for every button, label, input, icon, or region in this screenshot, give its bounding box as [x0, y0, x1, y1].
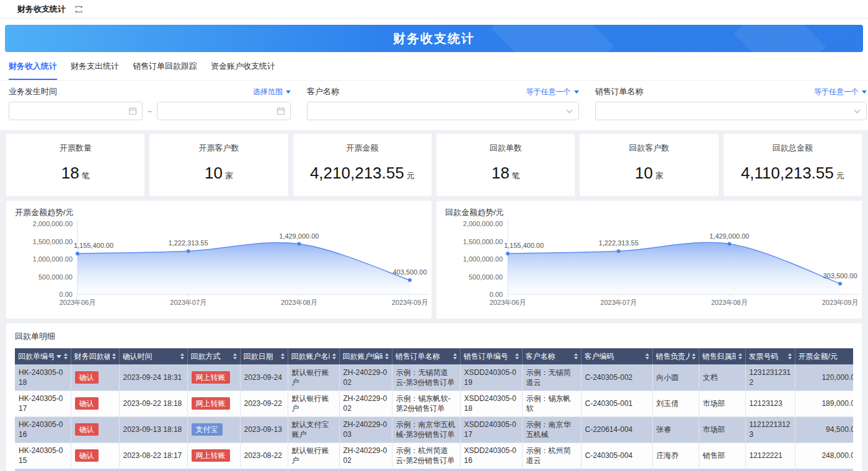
- column-header[interactable]: 回款方式: [187, 348, 240, 364]
- table-scroll-area[interactable]: 回款单编号财务回款确认确认时间回款方式回款日期回款账户名称回款账户编码销售订单名…: [15, 348, 853, 471]
- window-tab[interactable]: 财务收支统计: [17, 4, 66, 15]
- column-header[interactable]: 客户名称: [522, 348, 581, 364]
- table-row[interactable]: HK-240305-015确认2023-08-22 18:17网上转账2023-…: [15, 442, 853, 469]
- column-header-label: 财务回款确认: [74, 351, 110, 362]
- tab-capital-account-stats[interactable]: 资金账户收支统计: [211, 52, 275, 80]
- data-point[interactable]: [297, 242, 301, 246]
- tab-finance-expense-stats[interactable]: 财务支出统计: [71, 52, 119, 80]
- sort-icon[interactable]: [692, 353, 696, 359]
- sort-icon[interactable]: [738, 353, 742, 359]
- sort-icon[interactable]: [64, 353, 68, 359]
- sort-icon[interactable]: [112, 353, 116, 359]
- calendar-icon[interactable]: [277, 107, 285, 118]
- stat-label: 回款客户数: [580, 143, 718, 154]
- stat-unit: 元: [836, 171, 844, 180]
- table-row[interactable]: HK-240305-016确认2023-09-13 18:18支付宝2023-0…: [15, 416, 853, 442]
- column-header[interactable]: 财务回款确认: [71, 348, 119, 364]
- stat-label: 开票金额: [293, 143, 432, 154]
- filter-operator-customer[interactable]: 等于任意一个: [526, 87, 579, 97]
- column-header-label: 销售负责人: [656, 351, 689, 362]
- window-switch-icon[interactable]: [74, 5, 83, 14]
- customer-select[interactable]: [307, 102, 579, 120]
- data-point[interactable]: [506, 252, 510, 255]
- sort-icon[interactable]: [645, 353, 649, 359]
- sort-icon[interactable]: [385, 353, 389, 359]
- table-title: 回款单明细: [15, 331, 853, 342]
- column-header[interactable]: 回款账户编码: [339, 348, 392, 364]
- payment-customer-count-card: 回款客户数 10家: [580, 134, 718, 196]
- filter-operator-order[interactable]: 等于任意一个: [814, 87, 867, 97]
- table-header-row: 回款单编号财务回款确认确认时间回款方式回款日期回款账户名称回款账户编码销售订单名…: [15, 348, 853, 364]
- date-end-input[interactable]: [157, 102, 291, 120]
- table-cell: HK-240305-017: [15, 390, 71, 416]
- column-header[interactable]: 销售订单编号: [460, 348, 522, 364]
- data-point[interactable]: [617, 249, 621, 253]
- table-cell: 2023-09-22: [240, 390, 288, 416]
- column-header[interactable]: 回款账户名称: [288, 348, 339, 364]
- table-cell: C-240305-004: [581, 442, 652, 469]
- payment-method-badge: 网上转账: [192, 397, 230, 410]
- filter-operator-time[interactable]: 选择范围: [253, 87, 291, 97]
- column-header[interactable]: 发票号码: [745, 348, 795, 364]
- table-cell: C-240305-003: [581, 469, 652, 471]
- column-header[interactable]: 开票金额/元: [795, 348, 853, 364]
- table-cell: 销售部: [699, 469, 745, 471]
- table-cell: ZH-240229-002: [339, 364, 392, 390]
- table-cell: XSDD240305-017: [460, 416, 522, 442]
- column-header[interactable]: 回款单编号: [15, 348, 71, 364]
- tab-bar: 财务收入统计 财务支出统计 销售订单回款跟踪 资金账户收支统计: [0, 52, 868, 81]
- sort-icon[interactable]: [332, 353, 336, 359]
- business-time-filter: 业务发生时间 选择范围 ~: [9, 86, 291, 120]
- y-axis-label: 1,000,000.00: [463, 255, 503, 263]
- calendar-icon[interactable]: [128, 107, 137, 118]
- stat-value: 10: [635, 164, 653, 182]
- column-header[interactable]: 确认时间: [119, 348, 187, 364]
- column-header[interactable]: 销售订单名称: [392, 348, 460, 364]
- column-header[interactable]: 客户编码: [581, 348, 652, 364]
- y-axis-label: 0.00: [490, 291, 503, 298]
- table-cell: 94,500.00: [795, 416, 853, 442]
- table-row[interactable]: HK-240305-018确认2023-09-24 18:31网上转账2023-…: [15, 364, 853, 390]
- stat-value: 4,210,213.55: [310, 164, 404, 182]
- table-cell: 默认支付宝账户: [288, 416, 339, 442]
- tab-sales-order-payment-tracking[interactable]: 销售订单回款跟踪: [133, 52, 197, 80]
- payment-detail-table: 回款单编号财务回款确认确认时间回款方式回款日期回款账户名称回款账户编码销售订单名…: [15, 348, 853, 471]
- data-point[interactable]: [727, 242, 731, 246]
- payment-amount-trend-chart: 回款金额趋势/元 2,000,000.001,500,000.001,000,0…: [436, 201, 862, 319]
- confirm-badge: 确认: [75, 423, 99, 436]
- column-header[interactable]: 销售负责人: [652, 348, 699, 364]
- column-header[interactable]: 销售归属部门: [699, 348, 745, 364]
- sort-icon[interactable]: [788, 353, 792, 359]
- table-cell: 刘玉倩: [652, 390, 699, 416]
- table-cell: 默认银行账户: [288, 442, 339, 469]
- data-point[interactable]: [408, 278, 412, 282]
- stat-value: 10: [205, 164, 223, 182]
- invoice-customer-count-card: 开票客户数 10家: [149, 134, 288, 196]
- column-header-label: 回款账户编码: [343, 351, 383, 362]
- sort-icon[interactable]: [281, 353, 285, 359]
- table-cell: ZH-240229-003: [339, 416, 392, 442]
- table-cell: 确认: [71, 390, 119, 416]
- y-axis-label: 1,000,000.00: [33, 255, 73, 263]
- sort-icon[interactable]: [453, 353, 457, 359]
- date-end-field[interactable]: [157, 102, 272, 120]
- data-point[interactable]: [838, 282, 842, 286]
- table-row[interactable]: HK-240305-017确认2023-09-22 18:18网上转账2023-…: [15, 390, 853, 416]
- tab-finance-income-stats[interactable]: 财务收入统计: [9, 52, 57, 80]
- sort-icon[interactable]: [180, 353, 184, 359]
- column-header[interactable]: 回款日期: [240, 348, 288, 364]
- sort-icon[interactable]: [233, 353, 237, 359]
- main-content: 开票数量 18笔 开票客户数 10家 开票金额 4,210,213.55元 回款…: [0, 130, 868, 471]
- data-point[interactable]: [76, 252, 79, 255]
- sort-icon[interactable]: [515, 353, 519, 359]
- column-filter-caret-icon[interactable]: [56, 355, 61, 358]
- table-cell: 微信支付: [187, 469, 240, 471]
- sort-icon[interactable]: [574, 353, 578, 359]
- data-point[interactable]: [187, 249, 190, 253]
- sales-order-select[interactable]: [595, 102, 867, 120]
- y-axis-label: 1,500,000.00: [463, 238, 503, 245]
- y-axis-label: 0.00: [60, 291, 73, 298]
- date-start-input[interactable]: [9, 102, 143, 120]
- table-row[interactable]: HK-240305-014确认2023-08-22 17:59微信支付2023-…: [15, 469, 853, 471]
- date-start-field[interactable]: [9, 102, 123, 120]
